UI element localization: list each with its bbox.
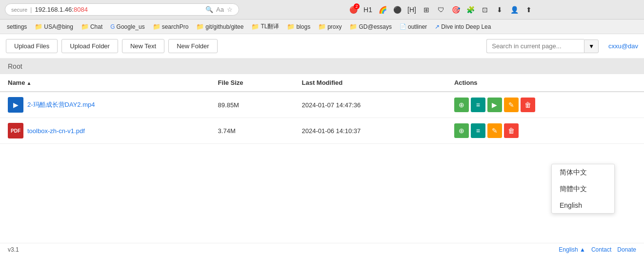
lang-english[interactable]: English [552, 197, 614, 213]
file-table: Name▲ File Size Last Modified Actions ▶ [0, 74, 644, 144]
file-area: Root Name▲ File Size Last Modified Actio… [0, 59, 644, 243]
folder-icon: 📁 [81, 23, 89, 30]
bookmark-dive[interactable]: ↗ Dive into Deep Lea [432, 22, 494, 31]
extension-icon-1[interactable]: 🔴 2 [348, 4, 359, 15]
folder-icon: 📁 [287, 23, 295, 30]
browser-action-share[interactable]: ⬆ [523, 4, 534, 15]
info-button[interactable]: ≡ [471, 98, 485, 112]
search-input[interactable] [486, 39, 584, 53]
font-icon: Aa [216, 6, 224, 13]
page-icon: 📄 [400, 23, 406, 30]
browser-action-split[interactable]: ⊡ [480, 4, 490, 15]
url-display: 192.168.1.46:8084 [35, 6, 87, 13]
donate-link[interactable]: Donate [617, 246, 636, 253]
sort-arrow-icon: ▲ [26, 80, 31, 86]
search-dropdown-button[interactable]: ▼ [584, 39, 599, 53]
bookmark-chat[interactable]: 📁 Chat [78, 22, 105, 31]
delete-button[interactable]: 🗑 [521, 98, 535, 112]
bookmark-label: TL翻译 [261, 22, 279, 31]
rename-button[interactable]: ✎ [487, 123, 502, 138]
main-content: Upload Files Upload Folder New Text New … [0, 34, 644, 256]
address-bar[interactable]: secure | 192.168.1.46:8084 🔍 Aa ☆ [5, 3, 239, 16]
bookmarks-bar: settings 📁 USA@bing 📁 Chat G Google_us 📁… [0, 20, 644, 34]
action-buttons: ⊕ ≡ ▶ ✎ 🗑 [454, 98, 636, 112]
delete-button[interactable]: 🗑 [504, 123, 519, 138]
bookmark-tl[interactable]: 📁 TL翻译 [248, 21, 282, 32]
edit-button[interactable]: ✎ [504, 98, 519, 112]
play-button[interactable]: ▶ [487, 98, 502, 112]
bookmark-outliner[interactable]: 📄 outliner [397, 22, 430, 31]
pdf-file-icon: PDF [8, 123, 23, 138]
extension-icon-brackets[interactable]: [H] [406, 4, 417, 15]
extension-icon-dart[interactable]: 🎯 [450, 4, 461, 15]
language-link[interactable]: English ▲ [559, 246, 585, 253]
col-name[interactable]: Name▲ [0, 74, 210, 92]
extension-icon-circle[interactable]: ⚫ [392, 4, 402, 15]
ext-icon: ↗ [435, 23, 440, 30]
pdf-icon: PDF [11, 128, 20, 134]
col-size: File Size [210, 74, 294, 92]
bookmark-label: GD@essays [359, 23, 392, 30]
bookmark-git[interactable]: 📁 git/github/gitee [193, 22, 246, 31]
lang-simplified[interactable]: 简体中文 [552, 164, 614, 181]
bookmark-proxy[interactable]: 📁 proxy [315, 22, 344, 31]
bookmark-blogs[interactable]: 📁 blogs [284, 22, 313, 31]
extension-icon-shield[interactable]: 🛡 [436, 4, 446, 15]
star-icon[interactable]: ☆ [227, 6, 233, 13]
file-modified: 2024-01-07 14:47:36 [294, 92, 446, 118]
info-button[interactable]: ≡ [471, 123, 485, 138]
lang-traditional[interactable]: 簡體中文 [552, 181, 614, 197]
secure-label: secure [11, 7, 27, 13]
footer-right: English ▲ Contact Donate [559, 246, 636, 253]
file-size: 3.74M [210, 118, 294, 144]
file-actions: ⊕ ≡ ▶ ✎ 🗑 [446, 92, 644, 118]
bookmark-searchpro[interactable]: 📁 searchPro [150, 22, 192, 31]
file-name-wrapper: PDF toolbox-zh-cn-v1.pdf [8, 123, 202, 138]
new-folder-button[interactable]: New Folder [168, 39, 217, 53]
bookmark-label: blogs [296, 23, 310, 30]
action-buttons: ⊕ ≡ ✎ 🗑 [454, 123, 636, 138]
file-name-cell: PDF toolbox-zh-cn-v1.pdf [0, 118, 210, 144]
bookmark-label: settings [7, 23, 27, 30]
extension-icon-h1[interactable]: H1 [362, 4, 373, 15]
extension-icon-puzzle[interactable]: 🧩 [465, 4, 476, 15]
version-label: v3.1 [8, 246, 19, 253]
file-link[interactable]: toolbox-zh-cn-v1.pdf [27, 127, 85, 135]
bookmark-usa-bing[interactable]: 📁 USA@bing [32, 22, 76, 31]
user-badge: cxxu@dav [608, 42, 638, 50]
bookmark-label: Dive into Deep Lea [441, 23, 491, 30]
contact-link[interactable]: Contact [591, 246, 611, 253]
file-link[interactable]: 2-玛酷成长营DAY2.mp4 [27, 100, 95, 109]
file-name-cell: ▶ 2-玛酷成长营DAY2.mp4 [0, 92, 210, 118]
browser-action-download[interactable]: ⬇ [494, 4, 505, 15]
folder-icon: 📁 [349, 23, 357, 30]
table-row: ▶ 2-玛酷成长营DAY2.mp4 89.85M 2024-01-07 14:4… [0, 92, 644, 118]
extension-icon-grid[interactable]: ⊞ [421, 4, 432, 15]
bookmark-settings[interactable]: settings [4, 22, 30, 31]
share-button[interactable]: ⊕ [454, 123, 469, 138]
toolbar: Upload Files Upload Folder New Text New … [0, 34, 644, 59]
video-file-icon: ▶ [8, 97, 23, 113]
extension-icon-color[interactable]: 🌈 [377, 4, 388, 15]
bookmark-label: git/github/gitee [205, 23, 243, 30]
folder-icon: 📁 [35, 23, 42, 30]
bookmark-gd-essays[interactable]: 📁 GD@essays [346, 22, 395, 31]
badge: 2 [354, 3, 360, 9]
bookmark-label: USA@bing [44, 23, 73, 30]
share-button[interactable]: ⊕ [454, 98, 469, 112]
bookmark-label: Google_us [117, 23, 145, 30]
language-label: English [559, 246, 578, 253]
file-actions: ⊕ ≡ ✎ 🗑 [446, 118, 644, 144]
bookmark-label: proxy [327, 23, 342, 30]
upload-files-button[interactable]: Upload Files [6, 39, 58, 53]
folder-icon: 📁 [318, 23, 326, 30]
bookmark-label: Chat [90, 23, 102, 30]
video-icon: ▶ [13, 101, 19, 109]
divider: | [30, 6, 32, 13]
browser-action-profile[interactable]: 👤 [509, 4, 520, 15]
new-text-button[interactable]: New Text [122, 39, 164, 53]
upload-folder-button[interactable]: Upload Folder [61, 39, 118, 53]
bookmark-label: searchPro [162, 23, 189, 30]
file-name-wrapper: ▶ 2-玛酷成长营DAY2.mp4 [8, 97, 202, 113]
bookmark-google[interactable]: G Google_us [107, 22, 147, 31]
